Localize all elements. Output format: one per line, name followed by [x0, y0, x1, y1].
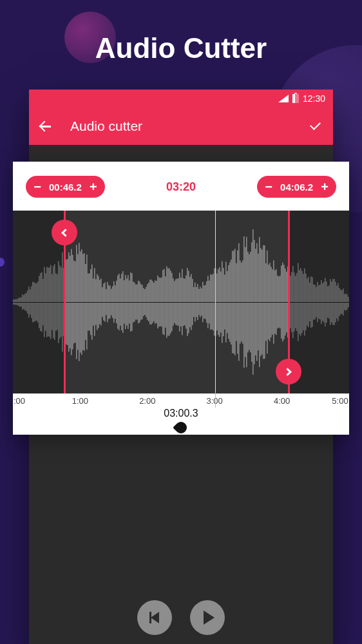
phone-frame: 12:30 Audio cutter − 00:46.2 + 03:20 − 0…	[29, 90, 333, 644]
end-time-value: 04:06.2	[276, 182, 317, 193]
page-title: Audio Cutter	[0, 0, 362, 64]
ruler-tick: 5:00	[332, 396, 348, 406]
playhead-time-value: 03:00.3	[13, 408, 349, 419]
waveform-area[interactable]	[13, 211, 349, 393]
ruler-tick: 2:00	[139, 396, 155, 406]
signal-icon	[278, 95, 289, 102]
chevron-left-icon	[62, 229, 70, 237]
battery-icon	[292, 94, 299, 103]
chevron-right-icon	[284, 368, 292, 376]
ruler-tick: 1:00	[72, 396, 88, 406]
skip-previous-icon	[148, 611, 161, 624]
duration-value: 03:20	[166, 180, 196, 194]
previous-button[interactable]	[137, 600, 172, 635]
appbar-title: Audio cutter	[70, 118, 142, 134]
status-bar: 12:30	[29, 90, 333, 108]
ruler-tick: :00	[14, 396, 25, 406]
ruler-tick: 4:00	[274, 396, 290, 406]
play-icon	[204, 611, 214, 625]
back-icon[interactable]	[39, 119, 53, 133]
playhead-line[interactable]	[215, 211, 216, 393]
time-ruler[interactable]: :001:002:003:004:005:00 03:00.3	[13, 393, 349, 435]
ruler-playhead	[215, 392, 216, 408]
end-increase-button[interactable]: +	[317, 179, 332, 194]
start-time-value: 00:46.2	[45, 182, 86, 193]
playback-controls	[29, 600, 333, 635]
end-decrease-button[interactable]: −	[261, 179, 276, 194]
start-time-pill: − 00:46.2 +	[26, 176, 105, 198]
editor-card: − 00:46.2 + 03:20 − 04:06.2 + :001:002:0…	[13, 162, 349, 435]
playhead-marker-icon[interactable]	[173, 419, 189, 435]
start-decrease-button[interactable]: −	[30, 179, 45, 194]
play-button[interactable]	[190, 600, 225, 635]
status-time: 12:30	[303, 93, 325, 104]
confirm-icon[interactable]	[309, 119, 323, 133]
app-bar: Audio cutter	[29, 108, 333, 145]
end-time-pill: − 04:06.2 +	[257, 176, 336, 198]
start-increase-button[interactable]: +	[86, 179, 101, 194]
